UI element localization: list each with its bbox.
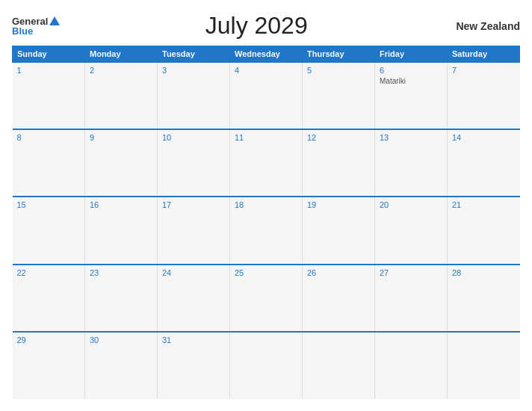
day-number: 20: [380, 200, 442, 209]
day-number: 9: [90, 133, 152, 142]
day-of-week-header: Sunday: [13, 46, 85, 63]
calendar-header: General Blue July 2029 New Zealand: [12, 12, 520, 40]
calendar-day-cell: 16: [85, 197, 158, 264]
calendar-day-cell: 15: [13, 197, 85, 264]
day-of-week-header: Monday: [85, 46, 158, 63]
day-of-week-header: Friday: [375, 46, 448, 63]
day-number: 4: [235, 66, 297, 75]
day-number: 31: [162, 336, 225, 344]
calendar-body: 123456Matariki78910111213141516171819202…: [13, 62, 520, 399]
day-of-week-header: Saturday: [448, 46, 520, 63]
day-number: 8: [17, 133, 81, 142]
calendar-day-cell: [448, 332, 520, 399]
calendar-day-cell: 10: [158, 129, 230, 197]
day-number: 12: [307, 133, 370, 142]
calendar-week-row: 22232425262728: [13, 265, 520, 332]
day-number: 15: [17, 200, 81, 209]
day-number: 21: [452, 200, 516, 209]
day-number: 18: [235, 200, 297, 209]
logo-triangle-icon: [49, 16, 60, 25]
calendar-day-cell: 17: [158, 197, 230, 264]
calendar-day-cell: [375, 332, 448, 399]
calendar-day-cell: 2: [85, 62, 158, 129]
calendar-title: July 2029: [60, 12, 453, 40]
calendar-day-cell: 5: [303, 62, 375, 129]
calendar-day-cell: 8: [13, 129, 85, 197]
day-number: 2: [90, 66, 152, 75]
calendar-day-cell: 27: [375, 265, 448, 332]
logo-blue-text: Blue: [12, 26, 33, 36]
day-number: 5: [307, 66, 370, 75]
calendar-week-row: 891011121314: [13, 129, 520, 197]
calendar-day-cell: 14: [448, 129, 520, 197]
calendar-day-cell: 31: [158, 332, 230, 399]
calendar-day-cell: 3: [158, 62, 230, 129]
country-label: New Zealand: [453, 20, 520, 32]
calendar-day-cell: [303, 332, 375, 399]
day-number: 7: [452, 66, 516, 75]
calendar-day-cell: 9: [85, 129, 158, 197]
day-number: 25: [235, 268, 297, 277]
calendar-week-row: 15161718192021: [13, 197, 520, 264]
days-of-week-row: SundayMondayTuesdayWednesdayThursdayFrid…: [13, 46, 520, 63]
day-number: 19: [307, 200, 370, 209]
calendar-day-cell: 26: [303, 265, 375, 332]
calendar-day-cell: 11: [230, 129, 303, 197]
day-number: 1: [17, 66, 81, 75]
day-number: 23: [90, 268, 152, 277]
calendar-day-cell: 19: [303, 197, 375, 264]
day-number: 16: [90, 200, 152, 209]
logo-general-text: General: [12, 16, 48, 26]
calendar-day-cell: 24: [158, 265, 230, 332]
day-of-week-header: Tuesday: [158, 46, 230, 63]
day-number: 30: [90, 336, 152, 344]
calendar-day-cell: 7: [448, 62, 520, 129]
calendar-week-row: 123456Matariki7: [13, 62, 520, 129]
calendar-day-cell: 22: [13, 265, 85, 332]
calendar-day-cell: 20: [375, 197, 448, 264]
day-number: 26: [307, 268, 370, 277]
day-of-week-header: Thursday: [303, 46, 375, 63]
calendar-day-cell: 23: [85, 265, 158, 332]
calendar-day-cell: 18: [230, 197, 303, 264]
calendar-week-row: 293031: [13, 332, 520, 399]
calendar-table: SundayMondayTuesdayWednesdayThursdayFrid…: [12, 46, 520, 399]
day-number: 27: [380, 268, 442, 277]
day-number: 11: [235, 133, 297, 142]
day-number: 13: [380, 133, 442, 142]
calendar-day-cell: 29: [13, 332, 85, 399]
calendar-day-cell: 12: [303, 129, 375, 197]
day-of-week-header: Wednesday: [230, 46, 303, 63]
day-number: 29: [17, 336, 81, 344]
day-number: 3: [162, 66, 225, 75]
logo: General Blue: [12, 16, 60, 36]
calendar-day-cell: 1: [13, 62, 85, 129]
day-number: 17: [162, 200, 225, 209]
calendar-day-cell: 25: [230, 265, 303, 332]
day-number: 22: [17, 268, 81, 277]
event-label: Matariki: [380, 77, 406, 85]
calendar-day-cell: 13: [375, 129, 448, 197]
day-number: 10: [162, 133, 225, 142]
day-number: 6: [380, 66, 442, 75]
calendar-day-cell: 28: [448, 265, 520, 332]
day-number: 28: [452, 268, 516, 277]
calendar-day-cell: 6Matariki: [375, 62, 448, 129]
calendar-day-cell: [230, 332, 303, 399]
day-number: 14: [452, 133, 516, 142]
calendar-day-cell: 30: [85, 332, 158, 399]
calendar-day-cell: 4: [230, 62, 303, 129]
day-number: 24: [162, 268, 225, 277]
calendar-day-cell: 21: [448, 197, 520, 264]
calendar-header-row: SundayMondayTuesdayWednesdayThursdayFrid…: [13, 46, 520, 63]
